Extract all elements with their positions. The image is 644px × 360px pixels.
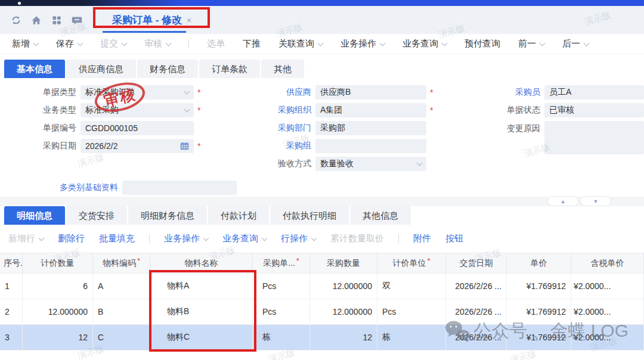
purchase-group-input[interactable] <box>315 139 426 153</box>
change-reason-textarea[interactable] <box>544 121 644 154</box>
tab-order-terms[interactable]: 订单条款 <box>199 60 260 78</box>
new-button[interactable]: 新增 <box>12 38 38 49</box>
tab-delivery-schedule[interactable]: 交货安排 <box>66 206 127 225</box>
cell-pricing-unit[interactable]: 栋 <box>377 325 446 350</box>
purchase-dept-input[interactable]: 采购部 <box>315 121 426 135</box>
collapse-down-button[interactable]: ▼ <box>580 196 611 206</box>
tab-other-info[interactable]: 其他信息 <box>350 206 411 225</box>
doc-status-input[interactable]: 已审核 <box>544 103 644 117</box>
row-business-query-button[interactable]: 业务查询 <box>222 233 267 244</box>
cell-pricing-qty[interactable]: 6 <box>23 274 93 299</box>
prepay-query-button[interactable]: 预付查询 <box>465 38 500 49</box>
next-button[interactable]: 后一 <box>562 38 589 49</box>
table-row[interactable]: 1 6 A 物料A Pcs 12.000000 双 2026/2/26 ... … <box>0 274 644 299</box>
tab-detail-info[interactable]: 明细信息 <box>4 206 65 225</box>
col-material-code[interactable]: 物料编码* <box>93 253 150 273</box>
cell-tax-price[interactable]: ¥2.0000... <box>571 325 644 350</box>
related-query-button[interactable]: 关联查询 <box>278 38 323 49</box>
col-delivery-date[interactable]: 交货日期 <box>446 253 507 273</box>
cell-pricing-unit[interactable]: Pcs <box>377 299 446 324</box>
purchase-dept-link-label[interactable]: 采购部门 <box>239 123 311 134</box>
cell-purchase-unit[interactable]: Pcs <box>253 274 310 299</box>
col-pricing-qty[interactable]: 计价数量 <box>23 253 93 273</box>
cell-seq[interactable]: 3 <box>0 325 23 350</box>
col-tax-price[interactable]: 含税单价 <box>571 253 644 273</box>
cell-pricing-qty[interactable]: 12.000000 <box>23 299 93 324</box>
cell-seq[interactable]: 1 <box>0 274 23 299</box>
cell-delivery-date[interactable]: 2026/2/26 ... <box>446 325 507 350</box>
tab-detail-finance[interactable]: 明细财务信息 <box>128 206 207 225</box>
save-button[interactable]: 保存 <box>56 38 82 49</box>
cell-unit-price[interactable]: ¥1.769912 <box>507 274 571 299</box>
cell-pricing-unit[interactable]: 双 <box>377 274 446 299</box>
previous-button[interactable]: 前一 <box>518 38 544 49</box>
multi-base-link-label[interactable]: 多类别基础资料 <box>0 182 118 193</box>
cell-tax-price[interactable]: ¥2.0000... <box>571 274 644 299</box>
cell-purchase-unit[interactable]: 栋 <box>253 325 310 350</box>
col-unit-price[interactable]: 单价 <box>507 253 571 273</box>
sync-icon[interactable] <box>10 14 23 27</box>
audit-button[interactable]: 审核 <box>144 38 171 49</box>
select-doc-button[interactable]: 选单 <box>207 38 225 49</box>
cumulative-qty-pricing-button[interactable]: 累计数量取价 <box>330 233 384 244</box>
tab-other[interactable]: 其他 <box>261 60 304 78</box>
cell-seq[interactable]: 2 <box>0 299 23 324</box>
cell-tax-price[interactable]: ¥2.0000... <box>571 299 644 324</box>
multi-base-input[interactable] <box>122 181 237 195</box>
button-button[interactable]: 按钮 <box>445 233 463 244</box>
tab-close-icon[interactable]: × <box>187 15 191 25</box>
cell-pricing-qty[interactable]: 12 <box>23 325 93 350</box>
attachment-button[interactable]: 附件 <box>413 233 431 244</box>
po-date-input[interactable]: 2026/2/2 <box>80 139 194 153</box>
col-seq[interactable]: 序号... <box>0 253 23 273</box>
cell-material-code[interactable]: B <box>93 299 150 324</box>
tab-basic-info[interactable]: 基本信息 <box>4 60 65 78</box>
push-down-button[interactable]: 下推 <box>243 38 261 49</box>
col-pricing-unit[interactable]: 计价单位* <box>377 253 446 273</box>
doc-no-input[interactable]: CGDD000105 <box>80 121 194 135</box>
col-material-name[interactable]: 物料名称 <box>150 253 253 273</box>
buyer-input[interactable]: 员工A <box>544 85 644 100</box>
cell-unit-price[interactable]: ¥1.769912 <box>507 299 571 324</box>
supplier-input[interactable]: 供应商B <box>315 85 426 100</box>
cell-delivery-date[interactable]: 2026/2/26 ... <box>446 299 507 324</box>
document-tab[interactable]: 采购订单 - 修改 × <box>112 13 191 27</box>
purchase-org-link-label[interactable]: 采购组织 <box>239 105 311 116</box>
delete-row-button[interactable]: 删除行 <box>58 233 85 244</box>
cell-purchase-qty[interactable]: 12 <box>310 325 377 350</box>
cell-purchase-unit[interactable]: Pcs <box>253 299 310 324</box>
message-icon[interactable] <box>70 14 83 27</box>
purchase-org-input[interactable]: A集团 <box>315 103 426 117</box>
cell-unit-price[interactable]: ¥1.769912 <box>507 325 571 350</box>
accept-mode-select[interactable]: 数量验收 <box>315 157 426 171</box>
col-purchase-qty[interactable]: 采购数量 <box>310 253 377 273</box>
cell-material-code[interactable]: C <box>93 325 150 350</box>
business-operation-button[interactable]: 业务操作 <box>340 38 385 49</box>
calendar-icon[interactable] <box>180 142 189 150</box>
cell-delivery-date[interactable]: 2026/2/26 ... <box>446 274 507 299</box>
cell-material-name[interactable]: 物料C <box>150 325 253 350</box>
apps-grid-icon[interactable] <box>50 14 63 27</box>
home-icon[interactable] <box>30 14 43 27</box>
tab-payment-execution[interactable]: 付款执行明细 <box>270 206 349 225</box>
supplier-link-label[interactable]: 供应商 <box>239 87 311 98</box>
business-query-button[interactable]: 业务查询 <box>402 38 447 49</box>
collapse-up-button[interactable]: ▲ <box>547 196 578 206</box>
cell-purchase-qty[interactable]: 12.000000 <box>310 299 377 324</box>
tab-supplier-info[interactable]: 供应商信息 <box>66 60 136 78</box>
cell-material-name[interactable]: 物料B <box>150 299 253 324</box>
submit-button[interactable]: 提交 <box>100 38 126 49</box>
row-business-operation-button[interactable]: 业务操作 <box>164 233 208 244</box>
cell-material-code[interactable]: A <box>93 274 150 299</box>
cell-material-name[interactable]: 物料A <box>150 274 253 299</box>
col-purchase-unit[interactable]: 采购单...* <box>253 253 310 273</box>
cell-purchase-qty[interactable]: 12.000000 <box>310 274 377 299</box>
buyer-link-label[interactable]: 采购员 <box>471 87 540 98</box>
tab-payment-plan[interactable]: 付款计划 <box>208 206 269 225</box>
table-row-selected[interactable]: 3 12 C 物料C 栋 12 栋 2026/2/26 ... ¥1.76991… <box>0 325 644 350</box>
add-row-button[interactable]: 新增行 <box>8 233 44 244</box>
table-row[interactable]: 2 12.000000 B 物料B Pcs 12.000000 Pcs 2026… <box>0 299 644 325</box>
row-operation-button[interactable]: 行操作 <box>281 233 316 244</box>
purchase-group-link-label[interactable]: 采购组 <box>239 141 311 151</box>
batch-fill-button[interactable]: 批量填充 <box>99 233 135 244</box>
